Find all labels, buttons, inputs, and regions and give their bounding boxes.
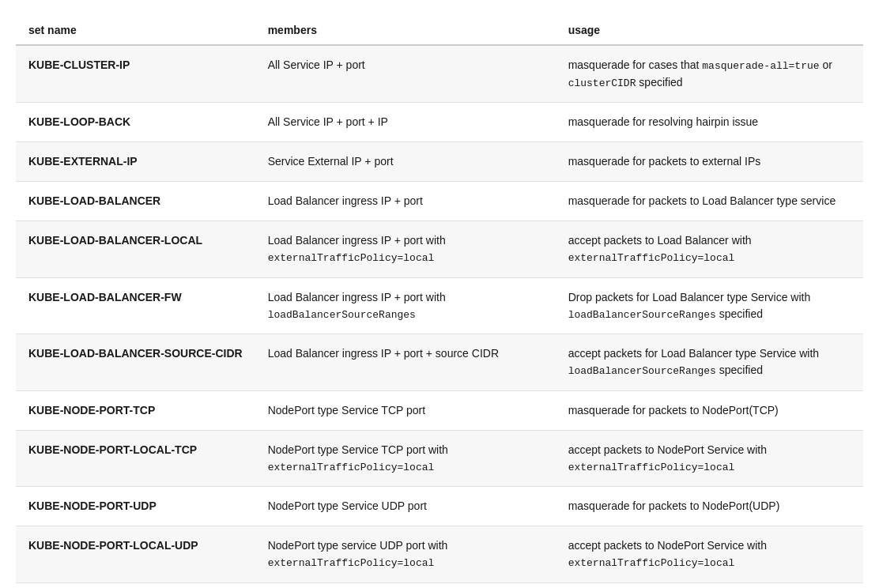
cell-members: All Service IP + port bbox=[255, 45, 556, 103]
set-name-label: KUBE-LOOP-BACK bbox=[28, 115, 130, 128]
set-name-label: KUBE-NODE-PORT-TCP bbox=[28, 404, 155, 416]
usage-code: loadBalancerSourceRanges bbox=[568, 309, 716, 321]
cell-set-name: KUBE-EXTERNAL-IP bbox=[16, 142, 255, 182]
set-name-label: KUBE-NODE-PORT-UDP bbox=[28, 499, 157, 512]
table-row: KUBE-NODE-PORT-UDPNodePort type Service … bbox=[16, 487, 863, 526]
cell-usage: masquerade for packets to Load Balancer … bbox=[556, 182, 863, 221]
usage-text: accept packets to Load Balancer with bbox=[568, 234, 752, 247]
cell-set-name: KUBE-CLUSTER-IP bbox=[16, 45, 255, 103]
header-usage: usage bbox=[556, 16, 863, 45]
header-set-name: set name bbox=[16, 16, 255, 45]
usage-code: loadBalancerSourceRanges bbox=[568, 365, 716, 377]
usage-text: accept packets for Load Balancer type Se… bbox=[568, 347, 820, 360]
members-text: Load Balancer ingress IP + port + source… bbox=[268, 347, 499, 360]
cell-members: NodePort type service UDP port withexter… bbox=[255, 526, 556, 583]
cell-usage: masquerade for cases that masquerade-all… bbox=[556, 45, 863, 103]
cell-members: Service External IP + port bbox=[255, 142, 556, 182]
usage-code: externalTrafficPolicy=local bbox=[568, 557, 735, 569]
set-name-label: KUBE-CLUSTER-IP bbox=[28, 58, 130, 71]
members-text: Load Balancer ingress IP + port with bbox=[268, 291, 446, 303]
cell-usage: Drop packets for Load Balancer type Serv… bbox=[556, 277, 863, 334]
set-name-label: KUBE-LOAD-BALANCER-FW bbox=[28, 291, 182, 303]
table-row: KUBE-LOAD-BALANCERLoad Balancer ingress … bbox=[16, 182, 863, 221]
table-row: KUBE-LOAD-BALANCER-LOCALLoad Balancer in… bbox=[16, 221, 863, 278]
table-header-row: set name members usage bbox=[16, 16, 863, 45]
members-text: NodePort type Service TCP port with bbox=[268, 443, 448, 456]
usage-code: externalTrafficPolicy=local bbox=[568, 462, 735, 473]
members-code: externalTrafficPolicy=local bbox=[268, 557, 435, 569]
table-row: KUBE-NODE-PORT-LOCAL-TCPNodePort type Se… bbox=[16, 430, 863, 487]
cell-usage: masquerade for resolving hairpin issue bbox=[556, 103, 863, 142]
cell-usage: accept packets to NodePort Service withe… bbox=[556, 526, 863, 583]
members-code: loadBalancerSourceRanges bbox=[268, 309, 416, 321]
usage-code: externalTrafficPolicy=local bbox=[568, 252, 735, 264]
header-members: members bbox=[255, 16, 556, 45]
cell-usage: accept packets for Load Balancer type Se… bbox=[556, 334, 863, 391]
table-row: KUBE-LOAD-BALANCER-SOURCE-CIDRLoad Balan… bbox=[16, 334, 863, 391]
cell-set-name: KUBE-NODE-PORT-LOCAL-TCP bbox=[16, 430, 255, 487]
members-text: NodePort type service UDP port with bbox=[268, 539, 448, 552]
table-row: KUBE-CLUSTER-IPAll Service IP + portmasq… bbox=[16, 45, 863, 103]
cell-members: Load Balancer ingress IP + port withexte… bbox=[255, 221, 556, 278]
members-code: externalTrafficPolicy=local bbox=[268, 462, 435, 473]
cell-set-name: KUBE-LOAD-BALANCER-FW bbox=[16, 277, 255, 334]
cell-usage: masquerade for packets to external IPs bbox=[556, 142, 863, 182]
cell-members: All Service IP + port + IP bbox=[255, 103, 556, 142]
cell-usage: accept packets to Load Balancer withexte… bbox=[556, 221, 863, 278]
members-text: Load Balancer ingress IP + port with bbox=[268, 234, 446, 247]
table-row: KUBE-LOOP-BACKAll Service IP + port + IP… bbox=[16, 103, 863, 142]
cell-members: NodePort type Service TCP port withexter… bbox=[255, 430, 556, 487]
table-row: KUBE-EXTERNAL-IPService External IP + po… bbox=[16, 142, 863, 182]
table-row: KUBE-LOAD-BALANCER-FWLoad Balancer ingre… bbox=[16, 277, 863, 334]
set-name-label: KUBE-NODE-PORT-LOCAL-TCP bbox=[28, 443, 197, 456]
set-name-label: KUBE-LOAD-BALANCER-SOURCE-CIDR bbox=[28, 347, 243, 360]
cell-set-name: KUBE-NODE-PORT-UDP bbox=[16, 487, 255, 526]
members-code: externalTrafficPolicy=local bbox=[268, 252, 435, 264]
cell-usage: masquerade for packets to NodePort(UDP) bbox=[556, 487, 863, 526]
set-name-label: KUBE-EXTERNAL-IP bbox=[28, 155, 138, 168]
usage-text: Drop packets for Load Balancer type Serv… bbox=[568, 291, 811, 303]
set-name-label: KUBE-LOAD-BALANCER-LOCAL bbox=[28, 234, 202, 247]
usage-code-2: clusterCIDR bbox=[568, 77, 636, 89]
cell-members: Load Balancer ingress IP + port bbox=[255, 182, 556, 221]
cell-members: Load Balancer ingress IP + port + source… bbox=[255, 334, 556, 391]
table-row: KUBE-NODE-PORT-LOCAL-UDPNodePort type se… bbox=[16, 526, 863, 583]
usage-text: accept packets to NodePort Service with bbox=[568, 539, 767, 552]
set-name-label: KUBE-NODE-PORT-LOCAL-UDP bbox=[28, 539, 198, 552]
table-row: KUBE-NODE-PORT-TCPNodePort type Service … bbox=[16, 390, 863, 430]
set-name-label: KUBE-LOAD-BALANCER bbox=[28, 194, 160, 207]
cell-set-name: KUBE-LOAD-BALANCER-SOURCE-CIDR bbox=[16, 334, 255, 391]
cell-members: NodePort type Service UDP port bbox=[255, 487, 556, 526]
cell-usage: accept packets to NodePort Service withe… bbox=[556, 430, 863, 487]
cell-set-name: KUBE-LOAD-BALANCER-LOCAL bbox=[16, 221, 255, 278]
cell-usage: masquerade for packets to NodePort(TCP) bbox=[556, 390, 863, 430]
cell-members: NodePort type Service TCP port bbox=[255, 390, 556, 430]
cell-set-name: KUBE-NODE-PORT-LOCAL-UDP bbox=[16, 526, 255, 583]
cell-set-name: KUBE-NODE-PORT-TCP bbox=[16, 390, 255, 430]
cell-set-name: KUBE-LOAD-BALANCER bbox=[16, 182, 255, 221]
cell-set-name: KUBE-LOOP-BACK bbox=[16, 103, 255, 142]
usage-text: accept packets to NodePort Service with bbox=[568, 443, 767, 456]
usage-code-1: masquerade-all=true bbox=[702, 60, 819, 72]
kube-ipset-table: set name members usage KUBE-CLUSTER-IPAl… bbox=[16, 16, 863, 583]
cell-members: Load Balancer ingress IP + port withload… bbox=[255, 277, 556, 334]
